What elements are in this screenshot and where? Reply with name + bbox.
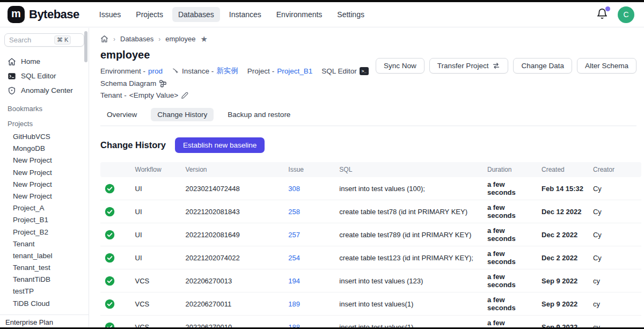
nav-item-environments[interactable]: Environments [270,7,328,22]
sql-editor-icon[interactable]: >_ [360,67,369,75]
breadcrumb-databases[interactable]: Databases [120,35,153,43]
schema-diagram-icon[interactable] [159,79,167,87]
breadcrumb-home-icon[interactable] [100,35,108,43]
sidebar-project-project-b2[interactable]: Project_B2 [4,226,84,238]
table-row[interactable]: UI20230214072448308insert into test valu… [100,177,641,200]
sidebar-project-new-project[interactable]: New Project [4,155,84,166]
brand-name: Bytebase [29,8,79,21]
environment-label: Environment - [100,67,145,75]
change-data-button[interactable]: Change Data [513,58,572,74]
row-creator: Cy [589,177,641,200]
sidebar-search[interactable]: ⌘ K [4,33,84,47]
table-row[interactable]: UI20221202074022254create table test123 … [100,246,641,269]
issue-link[interactable]: 308 [288,185,300,193]
success-check-icon [105,230,115,240]
row-workflow: UI [131,177,181,200]
sidebar-project-project-a[interactable]: Project_A [4,202,84,214]
environment-link[interactable]: prod [148,67,163,75]
table-row[interactable]: UI20221202081843258create table test78 (… [100,200,641,223]
alter-schema-button[interactable]: Alter Schema [577,58,636,74]
database-meta: Environment - prod Instance - 新实例 Projec… [100,66,412,99]
row-created: Dec 2 2022 [537,223,589,246]
sidebar-project-tenanttidb[interactable]: TenantTiDB [4,274,84,286]
user-avatar[interactable]: C [618,6,634,23]
sidebar-item-sql-editor[interactable]: SQL Editor [4,69,84,83]
table-row[interactable]: UI20221202081649257create table test789 … [100,223,641,246]
sidebar-project-tenant-label[interactable]: tenant_label [4,250,84,262]
sidebar-project-testtp[interactable]: testTP [4,286,84,297]
search-input[interactable] [9,36,54,44]
nav-item-projects[interactable]: Projects [130,7,169,22]
plan-label: Enterprise Plan [0,315,89,327]
tab-change-history[interactable]: Change History [151,108,214,121]
table-row[interactable]: VCS202206270013194insert into test value… [100,269,641,293]
row-sql: insert into test values(1) [335,293,483,316]
sidebar-item-label: SQL Editor [21,72,56,80]
establish-baseline-button[interactable]: Establish new baseline [175,137,265,153]
instance-link[interactable]: 新实例 [216,66,238,76]
row-workflow: VCS [131,293,181,316]
row-sql: create table test78 (id int PRIMARY KEY) [335,200,483,223]
sidebar-project-tidb-cloud[interactable]: TiDB Cloud [4,298,84,310]
row-duration: a few seconds [483,223,537,246]
row-version: 20221202081649 [181,223,284,246]
nav-item-instances[interactable]: Instances [223,7,267,22]
nav-item-databases[interactable]: Databases [172,7,220,22]
tab-backup-and-restore[interactable]: Backup and restore [221,108,297,121]
issue-link[interactable]: 194 [288,277,300,285]
issue-link[interactable]: 189 [288,300,300,308]
issue-link[interactable]: 254 [288,254,300,262]
sidebar-project-new-project[interactable]: New Project [4,191,84,202]
terminal-icon [8,72,16,81]
success-check-icon [105,207,115,217]
success-check-icon [105,184,115,194]
meta-sql-editor[interactable]: SQL Editor >_ [321,67,369,75]
nav-item-issues[interactable]: Issues [93,7,127,22]
sidebar-project-tenant[interactable]: Tenant [4,238,84,250]
table-header-row: WorkflowVersionIssueSQLDurationCreatedCr… [100,162,641,177]
sidebar-section-bookmarks[interactable]: Bookmarks [4,105,84,113]
meta-schema-diagram[interactable]: Schema Diagram [100,79,167,87]
row-status [100,293,131,316]
transfer-arrows-icon [492,62,500,70]
sidebar-section-projects[interactable]: Projects [4,120,84,128]
success-check-icon [105,253,115,263]
row-creator: Cy [589,223,641,246]
row-duration: a few seconds [483,293,537,316]
row-status [100,177,131,200]
row-created: Sep 9 2022 [537,293,589,316]
top-navbar: m Bytebase IssuesProjectsDatabasesInstan… [0,2,644,27]
issue-link[interactable]: 257 [288,231,300,239]
column-header-creator: Creator [589,162,641,177]
edit-pencil-icon[interactable] [181,92,188,99]
bytebase-logo[interactable]: m Bytebase [8,6,79,23]
sidebar-project-tenant-test[interactable]: Tenant_test [4,262,84,274]
transfer-project-label: Transfer Project [437,62,489,70]
sidebar-project-new-project[interactable]: New Project [4,167,84,179]
sidebar-scrollbar[interactable] [84,30,87,306]
row-sql: insert into test values (123) [335,269,483,293]
project-link[interactable]: Project_B1 [277,67,312,75]
sidebar-project-new-project[interactable]: New Project [4,179,84,191]
row-creator: cy [589,269,641,293]
sidebar-project-mongodb[interactable]: MongoDB [4,143,84,155]
notification-bell-button[interactable] [596,8,609,21]
sidebar: ⌘ K Home SQL Editor Anomaly Center Bookm… [0,28,89,327]
sidebar-project-githubvcs[interactable]: GitHubVCS [4,131,84,143]
tab-overview[interactable]: Overview [100,108,143,121]
window-top-edge [0,0,644,2]
sidebar-project-project-b1[interactable]: Project_B1 [4,214,84,226]
sidebar-scrollbar-thumb[interactable] [84,31,87,62]
sidebar-item-anomaly-center[interactable]: Anomaly Center [4,83,84,98]
sidebar-item-home[interactable]: Home [4,54,84,69]
table-row[interactable]: VCS202206270011189insert into test value… [100,293,641,316]
nav-item-settings[interactable]: Settings [331,7,370,22]
tenant-label: Tenant - [100,91,127,99]
success-check-icon [105,299,115,309]
transfer-project-button[interactable]: Transfer Project [429,58,509,74]
sync-now-button[interactable]: Sync Now [376,58,425,74]
row-created: Dec 2 2022 [537,246,589,269]
row-version: 20221202081843 [181,200,284,223]
issue-link[interactable]: 258 [288,208,300,216]
bookmark-star-icon[interactable]: ★ [201,35,208,43]
